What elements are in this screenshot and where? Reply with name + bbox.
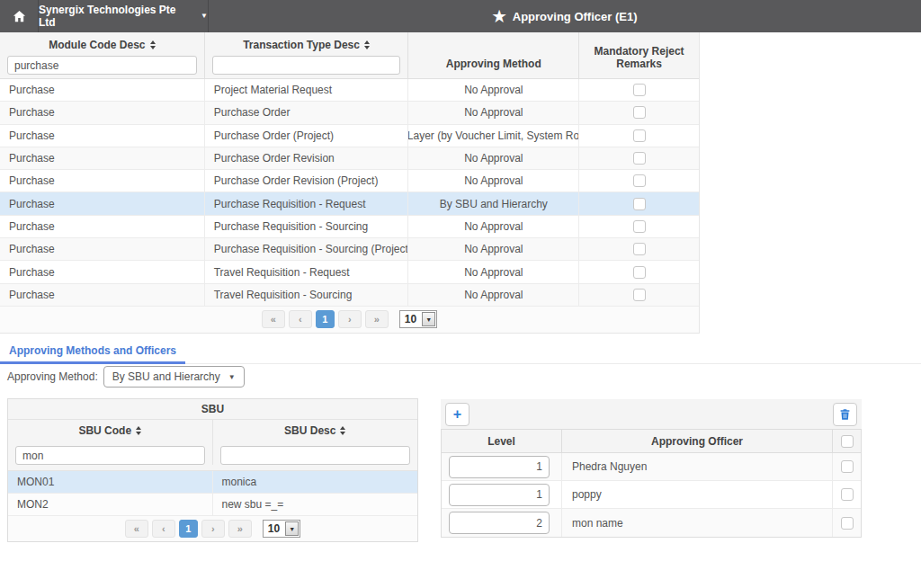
officer-toolbar: + xyxy=(441,399,862,429)
method-cell: By SBU and Hierarchy xyxy=(408,192,579,214)
current-page-button[interactable]: 1 xyxy=(179,520,198,538)
level-input[interactable] xyxy=(449,456,550,478)
sort-icon[interactable] xyxy=(340,426,345,435)
row-checkbox[interactable] xyxy=(841,460,854,473)
tab-approving-methods-and-officers[interactable]: Approving Methods and Officers xyxy=(0,338,185,364)
company-selector[interactable]: Synergix Technologies Pte Ltd ▼ xyxy=(39,0,209,32)
page-size-value: 10 xyxy=(400,311,421,327)
transaction-type-filter-input[interactable] xyxy=(212,56,401,75)
module-cell: Purchase xyxy=(0,170,205,192)
column-header-sbu-code[interactable]: SBU Code xyxy=(8,420,213,441)
transaction-cell: Travel Requisition - Sourcing xyxy=(205,284,409,306)
table-row[interactable]: Purchase Purchase Requisition - Sourcing… xyxy=(0,238,699,261)
table-row[interactable]: Purchase Travel Requisition - Request No… xyxy=(0,261,699,283)
officer-row[interactable]: Phedra Nguyen xyxy=(442,453,861,481)
row-checkbox[interactable] xyxy=(633,174,646,187)
module-cell: Purchase xyxy=(0,192,205,214)
first-page-button[interactable]: « xyxy=(262,310,285,328)
table-row[interactable]: Purchase Travel Requisition - Sourcing N… xyxy=(0,284,699,307)
column-label-transaction-type[interactable]: Transaction Type Desc xyxy=(205,32,408,51)
sbu-desc-cell: monica xyxy=(213,471,418,493)
table-row[interactable]: Purchase Purchase Order No Approval xyxy=(0,102,699,124)
column-label-module-code[interactable]: Module Code Desc xyxy=(0,32,204,51)
remarks-cell xyxy=(579,216,699,237)
current-page-button[interactable]: 1 xyxy=(316,310,335,328)
prev-page-button[interactable]: ‹ xyxy=(289,310,312,328)
row-checkbox[interactable] xyxy=(633,84,646,96)
row-checkbox[interactable] xyxy=(633,129,646,142)
module-code-filter-input[interactable] xyxy=(7,56,197,75)
level-cell xyxy=(442,453,562,480)
next-page-button[interactable]: › xyxy=(201,520,225,538)
last-page-button[interactable]: » xyxy=(228,520,252,538)
sort-icon[interactable] xyxy=(364,40,370,49)
row-checkbox[interactable] xyxy=(841,488,854,501)
row-checkbox[interactable] xyxy=(633,152,646,165)
sort-icon[interactable] xyxy=(150,40,156,49)
row-checkbox[interactable] xyxy=(633,266,646,279)
sbu-code-filter-input[interactable] xyxy=(15,446,205,465)
sbu-header-row: SBU Code SBU Desc xyxy=(8,420,417,441)
column-label-text: Approving Method xyxy=(446,58,541,70)
approving-method-select[interactable]: By SBU and Hierarchy ▼ xyxy=(103,366,245,388)
table-row[interactable]: Purchase Purchase Order Revision (Projec… xyxy=(0,170,699,192)
column-label-text: Module Code Desc xyxy=(49,39,145,51)
select-arrow-icon: ▼ xyxy=(285,521,299,536)
plus-icon: + xyxy=(453,407,461,422)
module-cell: Purchase xyxy=(0,216,205,237)
table-row-selected[interactable]: Purchase Purchase Requisition - Request … xyxy=(0,192,699,215)
column-header-transaction-type: Transaction Type Desc xyxy=(205,32,409,78)
officer-cell: Phedra Nguyen xyxy=(562,453,833,480)
officer-row[interactable]: mon name xyxy=(442,509,861,537)
header-checkbox-cell xyxy=(833,430,861,452)
remarks-cell xyxy=(579,238,699,260)
module-cell: Purchase xyxy=(0,284,205,306)
table-row[interactable]: Purchase Purchase Order Revision No Appr… xyxy=(0,147,699,170)
module-cell: Purchase xyxy=(0,261,205,282)
sbu-code-cell: MON2 xyxy=(8,494,213,515)
page-size-select[interactable]: 10 ▼ xyxy=(263,520,300,538)
row-checkbox[interactable] xyxy=(841,517,854,530)
table-row[interactable]: Purchase Purchase Requisition - Sourcing… xyxy=(0,216,699,238)
page-size-select[interactable]: 10 ▼ xyxy=(399,310,437,328)
row-checkbox[interactable] xyxy=(633,198,646,210)
row-checkbox[interactable] xyxy=(633,106,646,119)
level-cell xyxy=(442,481,562,508)
page-title-wrap: ★ Approving Officer (E1) xyxy=(209,0,921,32)
table-row[interactable]: Purchase Project Material Request No App… xyxy=(0,79,699,102)
approving-method-row: Approving Method: By SBU and Hierarchy ▼ xyxy=(7,366,245,388)
sbu-row-selected[interactable]: MON01 monica xyxy=(8,471,417,494)
level-input[interactable] xyxy=(449,484,550,506)
method-cell: Is Layer (by Voucher Limit, System Role) xyxy=(408,125,579,147)
prev-page-button[interactable]: ‹ xyxy=(152,520,175,538)
transaction-cell: Purchase Order Revision xyxy=(205,147,409,169)
method-cell: No Approval xyxy=(408,147,579,169)
row-checkbox[interactable] xyxy=(633,243,646,255)
method-cell: No Approval xyxy=(408,284,579,306)
level-input[interactable] xyxy=(449,512,550,534)
sbu-panel: SBU SBU Code SBU Desc MON01 monica MON2 … xyxy=(7,398,418,542)
sort-icon[interactable] xyxy=(136,426,141,435)
page-size-value: 10 xyxy=(264,521,284,537)
column-header-module-code: Module Code Desc xyxy=(0,32,205,78)
checkbox-cell xyxy=(833,509,861,537)
column-label-text: Transaction Type Desc xyxy=(243,39,360,51)
next-page-button[interactable]: › xyxy=(338,310,362,328)
column-header-mandatory-reject-remarks: Mandatory Reject Remarks xyxy=(579,32,699,78)
add-row-button[interactable]: + xyxy=(445,403,469,426)
last-page-button[interactable]: » xyxy=(365,310,389,328)
row-checkbox[interactable] xyxy=(633,289,646,301)
row-checkbox[interactable] xyxy=(633,220,646,233)
home-button[interactable] xyxy=(0,0,39,32)
sbu-row[interactable]: MON2 new sbu =_= xyxy=(8,494,417,516)
sbu-desc-filter-input[interactable] xyxy=(220,446,411,465)
favorite-star-icon[interactable]: ★ xyxy=(493,9,506,24)
officer-row[interactable]: poppy xyxy=(442,481,861,509)
select-all-checkbox[interactable] xyxy=(841,435,854,448)
column-header-sbu-desc[interactable]: SBU Desc xyxy=(213,420,418,441)
transaction-cell: Purchase Requisition - Sourcing xyxy=(205,216,409,237)
table-header-row: Module Code Desc Transaction Type Desc A… xyxy=(0,32,699,79)
first-page-button[interactable]: « xyxy=(125,520,148,538)
delete-rows-button[interactable] xyxy=(833,403,857,426)
table-row[interactable]: Purchase Purchase Order (Project) Is Lay… xyxy=(0,125,699,147)
